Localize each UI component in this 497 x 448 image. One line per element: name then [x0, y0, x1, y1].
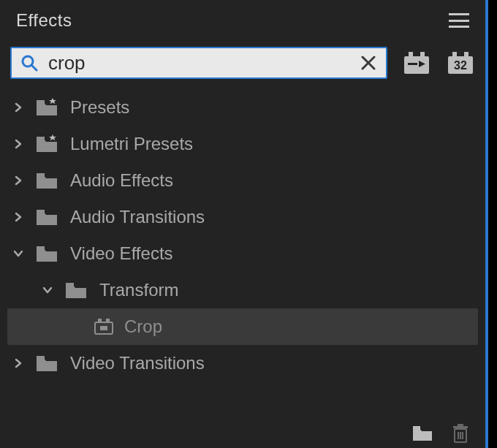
svg-rect-22	[98, 319, 102, 322]
chevron-right-icon[interactable]	[12, 210, 25, 224]
bin-audio-transitions[interactable]: Audio Transitions	[7, 199, 478, 235]
folder-icon	[35, 171, 60, 190]
svg-rect-15	[37, 137, 45, 140]
svg-rect-26	[413, 426, 420, 429]
svg-rect-13	[37, 100, 45, 103]
folder-star-icon	[35, 98, 60, 117]
panel-menu-button[interactable]	[449, 13, 469, 28]
chevron-down-icon[interactable]	[41, 284, 54, 297]
folder-star-icon	[35, 134, 60, 153]
search-icon	[20, 54, 38, 72]
folder-icon	[64, 281, 89, 300]
new-bin-button[interactable]	[411, 423, 434, 444]
svg-rect-29	[458, 424, 463, 426]
effect-item-crop[interactable]: Crop	[7, 308, 478, 345]
chevron-right-icon[interactable]	[12, 137, 25, 151]
animated-preset-button[interactable]	[402, 49, 431, 77]
bin-label: Transform	[99, 280, 478, 300]
svg-text:32: 32	[454, 59, 467, 72]
svg-rect-6	[420, 52, 425, 56]
chevron-down-icon[interactable]	[12, 247, 25, 260]
search-row: 32	[0, 41, 485, 85]
effects-tree: PresetsLumetri PresetsAudio EffectsAudio…	[0, 85, 485, 381]
chevron-right-icon[interactable]	[12, 174, 25, 187]
chevron-right-icon[interactable]	[12, 357, 25, 370]
search-box[interactable]	[10, 47, 387, 79]
svg-rect-10	[452, 52, 457, 56]
delete-button	[449, 423, 472, 444]
panel-title: Effects	[16, 10, 72, 31]
bin-label: Video Transitions	[70, 353, 478, 373]
bin-video-transitions[interactable]: Video Transitions	[7, 345, 478, 381]
bin-transform[interactable]: Transform	[7, 272, 478, 308]
search-input[interactable]	[38, 48, 358, 77]
bin-video-effects[interactable]: Video Effects	[7, 235, 478, 272]
svg-marker-14	[49, 98, 56, 104]
folder-icon	[35, 208, 60, 227]
svg-rect-17	[37, 173, 45, 176]
folder-icon	[35, 244, 60, 263]
effects-panel: Effects	[0, 0, 488, 448]
panel-header: Effects	[0, 0, 485, 41]
svg-rect-20	[66, 283, 74, 286]
chevron-right-icon[interactable]	[12, 101, 25, 114]
effect-icon	[94, 318, 114, 335]
bin-presets[interactable]: Presets	[7, 89, 478, 126]
bin-label: Presets	[70, 97, 478, 118]
svg-rect-25	[37, 356, 45, 359]
bin-label: Audio Transitions	[70, 207, 478, 227]
svg-rect-23	[106, 319, 110, 322]
effect-label: Crop	[124, 316, 478, 337]
svg-rect-24	[100, 326, 107, 330]
svg-rect-28	[453, 426, 468, 428]
bin-label: Lumetri Presets	[70, 134, 478, 154]
svg-rect-5	[409, 52, 413, 56]
panel-footer	[411, 423, 472, 444]
svg-marker-16	[49, 134, 56, 140]
bin-label: Audio Effects	[70, 170, 478, 191]
preset-32-button[interactable]: 32	[446, 49, 475, 77]
svg-rect-11	[464, 52, 468, 56]
svg-rect-19	[37, 246, 45, 249]
bin-audio-effects[interactable]: Audio Effects	[7, 162, 478, 199]
svg-rect-7	[408, 63, 417, 65]
svg-line-1	[31, 65, 37, 70]
bin-label: Video Effects	[70, 243, 478, 264]
svg-rect-18	[37, 210, 45, 213]
bin-lumetri-presets[interactable]: Lumetri Presets	[7, 126, 478, 162]
clear-search-button[interactable]	[358, 53, 379, 73]
folder-icon	[35, 354, 60, 373]
